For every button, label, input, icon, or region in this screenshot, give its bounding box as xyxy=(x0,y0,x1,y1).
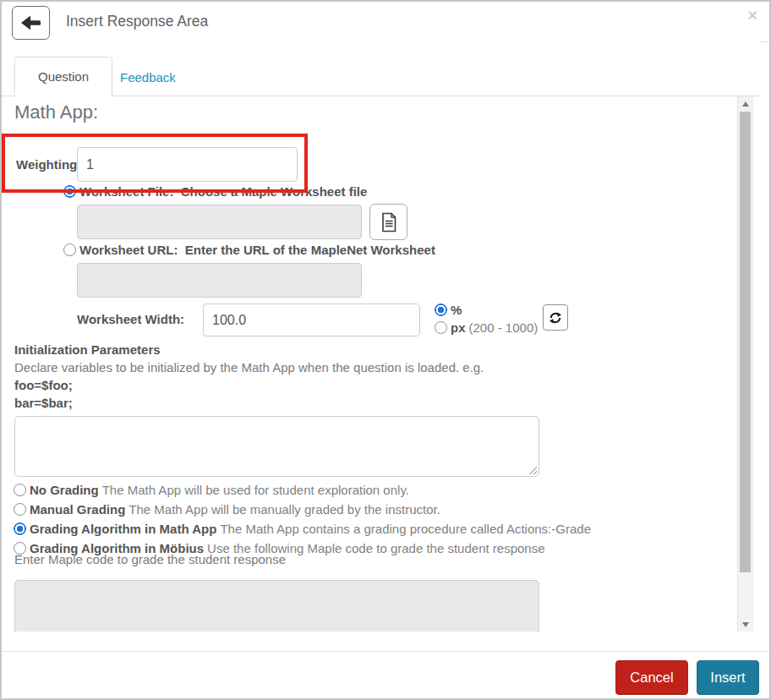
arrow-left-icon xyxy=(20,14,42,32)
manual-grading-radio[interactable] xyxy=(14,503,26,516)
init-params-example-2: bar=$bar; xyxy=(14,396,73,410)
init-params-heading: Initialization Parameters xyxy=(14,342,161,357)
px-label: px xyxy=(451,320,466,335)
down-arrow-icon xyxy=(742,622,749,627)
tab-bar: Question Feedback xyxy=(2,41,760,96)
px-radio[interactable] xyxy=(435,321,447,334)
weighting-label: Weighting xyxy=(16,147,77,182)
back-button[interactable] xyxy=(12,6,50,40)
grading-option-no-grading[interactable]: No Grading The Math App will be used for… xyxy=(14,480,409,499)
vertical-scrollbar[interactable] xyxy=(737,96,753,632)
init-params-example-1: foo=$foo; xyxy=(14,378,73,392)
grading-option-manual[interactable]: Manual Grading The Math App will be manu… xyxy=(14,500,440,518)
init-params-description: Declare variables to be initialized by t… xyxy=(14,360,484,375)
init-params-textarea-wrap xyxy=(14,416,539,477)
width-unit-percent-option[interactable]: % xyxy=(435,300,462,319)
grading-math-app-description: The Math App contains a grading procedur… xyxy=(220,522,591,536)
math-app-heading: Math App: xyxy=(14,101,98,123)
dialog-footer: Cancel Insert xyxy=(2,651,769,698)
manual-grading-label: Manual Grading xyxy=(30,502,125,517)
worksheet-url-label: Worksheet URL: Enter the URL of the Mapl… xyxy=(79,243,435,257)
worksheet-width-label: Worksheet Width: xyxy=(77,303,184,336)
maple-code-textarea[interactable] xyxy=(14,580,539,632)
no-grading-description: The Math App will be used for student ex… xyxy=(102,483,409,497)
worksheet-url-input[interactable] xyxy=(77,263,362,298)
worksheet-file-radio[interactable] xyxy=(63,185,76,198)
no-grading-label: No Grading xyxy=(30,483,99,497)
dialog-title: Insert Response Area xyxy=(66,2,208,41)
grading-option-math-app[interactable]: Grading Algorithm in Math App The Math A… xyxy=(14,519,591,538)
worksheet-width-input[interactable] xyxy=(203,304,420,336)
px-range-label: (200 - 1000) xyxy=(469,320,539,335)
scrollbar-thumb[interactable] xyxy=(740,112,751,572)
width-refresh-button[interactable] xyxy=(543,304,568,331)
worksheet-file-label: Worksheet File: Choose a Maple Worksheet… xyxy=(79,184,367,199)
dialog-body: Math App: Weighting Worksheet File: Choo… xyxy=(2,96,736,632)
close-icon[interactable]: × xyxy=(747,7,757,24)
weighting-input[interactable] xyxy=(77,147,298,182)
percent-radio[interactable] xyxy=(435,304,447,316)
init-params-textarea[interactable] xyxy=(14,416,539,477)
choose-file-button[interactable] xyxy=(369,204,407,240)
scrollbar-down-button[interactable] xyxy=(738,617,753,632)
worksheet-url-radio[interactable] xyxy=(63,243,76,256)
up-arrow-icon xyxy=(742,101,749,107)
document-icon xyxy=(380,212,397,232)
worksheet-file-option[interactable]: Worksheet File: Choose a Maple Worksheet… xyxy=(63,182,367,200)
no-grading-radio[interactable] xyxy=(14,484,26,496)
scrollbar-up-button[interactable] xyxy=(738,96,753,111)
cancel-button[interactable]: Cancel xyxy=(615,660,688,695)
grading-math-app-label: Grading Algorithm in Math App xyxy=(30,522,216,536)
maple-code-textarea-wrap xyxy=(14,580,539,632)
insert-button[interactable]: Insert xyxy=(697,660,759,695)
width-unit-px-option[interactable]: px (200 - 1000) xyxy=(435,318,538,336)
manual-grading-description: The Math App will be manually graded by … xyxy=(128,502,440,517)
grading-math-app-radio[interactable] xyxy=(14,522,26,535)
tab-question[interactable]: Question xyxy=(14,57,112,96)
percent-label: % xyxy=(451,303,462,317)
refresh-icon xyxy=(548,310,563,325)
insert-response-area-dialog: Insert Response Area × Question Feedback… xyxy=(0,0,771,700)
tab-feedback[interactable]: Feedback xyxy=(108,58,188,96)
worksheet-url-option[interactable]: Worksheet URL: Enter the URL of the Mapl… xyxy=(63,240,435,259)
worksheet-file-input[interactable] xyxy=(77,205,362,239)
dialog-header: Insert Response Area × xyxy=(2,2,769,42)
maple-code-label: Enter Maple code to grade the student re… xyxy=(14,552,286,566)
